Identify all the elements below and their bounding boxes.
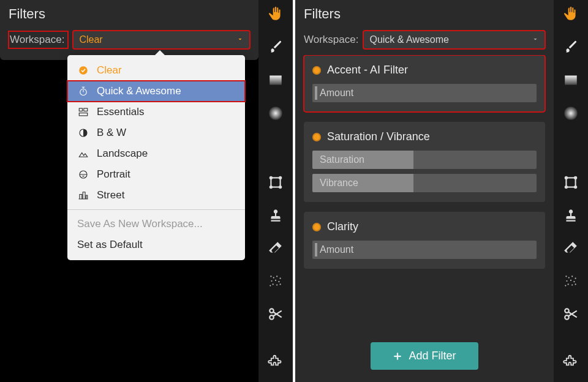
filters-header: Filters bbox=[0, 0, 258, 27]
noise-tool-icon[interactable] bbox=[265, 272, 286, 290]
slider-label: Saturation bbox=[312, 154, 364, 165]
radial-tool-icon[interactable] bbox=[560, 104, 581, 122]
dropdown-item-label: Street bbox=[97, 189, 124, 201]
svg-point-15 bbox=[273, 277, 274, 279]
svg-rect-9 bbox=[271, 178, 280, 187]
svg-point-16 bbox=[276, 276, 277, 277]
add-filter-button[interactable]: Add Filter bbox=[371, 342, 478, 370]
dropdown-item-label: Save As New Workspace... bbox=[77, 218, 203, 230]
dropdown-item-label: B & W bbox=[97, 127, 126, 139]
chevron-down-icon bbox=[532, 34, 539, 45]
hand-tool-icon[interactable] bbox=[265, 5, 286, 23]
svg-point-32 bbox=[565, 186, 567, 188]
svg-point-33 bbox=[575, 186, 576, 188]
slider-label: Amount bbox=[312, 88, 353, 99]
slider-vibrance[interactable]: Vibrance bbox=[312, 174, 537, 192]
radial-tool-icon[interactable] bbox=[265, 104, 286, 122]
filter-list: Accent - AI Filter Amount Saturation / V… bbox=[295, 55, 554, 332]
slider-label: Amount bbox=[312, 244, 353, 255]
gradient-tool-icon[interactable] bbox=[265, 71, 286, 89]
svg-point-43 bbox=[575, 284, 576, 285]
workspace-selector[interactable]: Clear bbox=[73, 31, 250, 49]
svg-point-0 bbox=[79, 66, 88, 75]
plus-icon bbox=[393, 351, 402, 361]
svg-rect-4 bbox=[79, 113, 88, 116]
dropdown-item-essentials[interactable]: Essentials bbox=[67, 102, 245, 122]
dropdown-item-portrait[interactable]: Portrait bbox=[67, 164, 245, 185]
svg-point-39 bbox=[570, 280, 571, 281]
dropdown-item-street[interactable]: Street bbox=[67, 185, 245, 206]
brush-tool-icon[interactable] bbox=[265, 38, 286, 56]
workspace-label: Workspace: bbox=[9, 31, 68, 48]
header-icons bbox=[523, 9, 545, 20]
stamp-tool-icon[interactable] bbox=[265, 206, 286, 225]
svg-point-23 bbox=[280, 284, 281, 285]
workspace-value: Quick & Awesome bbox=[369, 34, 449, 45]
filters-header: Filters bbox=[295, 0, 554, 27]
svg-point-25 bbox=[270, 309, 274, 313]
dropdown-item-label: Set as Default bbox=[77, 239, 143, 251]
filter-card-saturation-vibrance[interactable]: Saturation / Vibrance Saturation Vibranc… bbox=[304, 122, 545, 202]
svg-point-13 bbox=[279, 186, 281, 188]
scissors-tool-icon[interactable] bbox=[265, 305, 286, 323]
scissors-tool-icon[interactable] bbox=[560, 305, 581, 323]
noise-tool-icon[interactable] bbox=[560, 272, 581, 290]
eraser-tool-icon[interactable] bbox=[265, 239, 286, 258]
stopwatch-icon bbox=[77, 85, 89, 97]
filter-name: Saturation / Vibrance bbox=[327, 130, 430, 143]
svg-point-38 bbox=[566, 280, 567, 282]
filter-name: Accent - AI Filter bbox=[327, 64, 408, 77]
dropdown-item-label: Essentials bbox=[97, 106, 144, 118]
filter-enabled-dot[interactable] bbox=[312, 133, 321, 141]
svg-point-12 bbox=[270, 186, 272, 188]
crop-tool-icon[interactable] bbox=[560, 173, 581, 192]
svg-point-22 bbox=[276, 285, 277, 286]
svg-point-40 bbox=[573, 281, 575, 282]
svg-point-11 bbox=[279, 176, 281, 178]
slider-saturation[interactable]: Saturation bbox=[312, 151, 537, 169]
gradient-tool-icon[interactable] bbox=[560, 71, 581, 89]
dropdown-separator bbox=[67, 209, 245, 210]
dropdown-item-save-workspace[interactable]: Save As New Workspace... bbox=[67, 214, 245, 234]
eraser-tool-icon[interactable] bbox=[560, 239, 581, 258]
mountain-icon bbox=[77, 148, 89, 160]
svg-point-31 bbox=[575, 176, 576, 178]
svg-point-41 bbox=[568, 284, 569, 285]
workspace-dropdown: Clear Quick & Awesome Essentials B & W L… bbox=[67, 55, 245, 260]
svg-point-19 bbox=[275, 280, 276, 281]
dropdown-item-clear[interactable]: Clear bbox=[67, 60, 245, 81]
crop-tool-icon[interactable] bbox=[265, 173, 286, 192]
tool-strip bbox=[554, 0, 588, 382]
brush-tool-icon[interactable] bbox=[560, 38, 581, 56]
buildings-icon bbox=[77, 189, 89, 201]
svg-point-8 bbox=[269, 107, 282, 120]
filter-enabled-dot[interactable] bbox=[312, 223, 321, 231]
svg-point-17 bbox=[280, 278, 281, 279]
workspace-selector[interactable]: Quick & Awesome bbox=[363, 31, 545, 49]
dropdown-item-label: Clear bbox=[97, 64, 122, 77]
workspace-label: Workspace: bbox=[304, 34, 358, 46]
stamp-tool-icon[interactable] bbox=[560, 206, 581, 225]
plugin-icon[interactable] bbox=[560, 353, 581, 371]
svg-point-18 bbox=[271, 280, 272, 282]
svg-point-26 bbox=[270, 315, 274, 320]
dropdown-item-label: Quick & Awesome bbox=[97, 85, 181, 97]
filter-card-accent-ai[interactable]: Accent - AI Filter Amount bbox=[304, 55, 545, 112]
svg-point-45 bbox=[565, 309, 569, 313]
slider-amount[interactable]: Amount bbox=[312, 84, 537, 102]
chevron-down-icon bbox=[236, 34, 244, 45]
dropdown-item-quick-awesome[interactable]: Quick & Awesome bbox=[67, 81, 245, 102]
dropdown-item-label: Landscape bbox=[97, 148, 148, 160]
dropdown-item-landscape[interactable]: Landscape bbox=[67, 143, 245, 164]
svg-point-30 bbox=[565, 176, 567, 178]
hand-tool-icon[interactable] bbox=[560, 5, 581, 23]
dropdown-item-set-default[interactable]: Set as Default bbox=[67, 234, 245, 255]
add-filter-label: Add Filter bbox=[409, 350, 456, 362]
dropdown-item-bw[interactable]: B & W bbox=[67, 122, 245, 143]
slider-amount[interactable]: Amount bbox=[312, 241, 537, 259]
filter-enabled-dot[interactable] bbox=[312, 66, 321, 75]
filter-card-clarity[interactable]: Clarity Amount bbox=[304, 212, 545, 269]
filter-name: Clarity bbox=[327, 220, 358, 233]
plugin-icon[interactable] bbox=[265, 353, 286, 371]
svg-point-20 bbox=[278, 281, 279, 282]
